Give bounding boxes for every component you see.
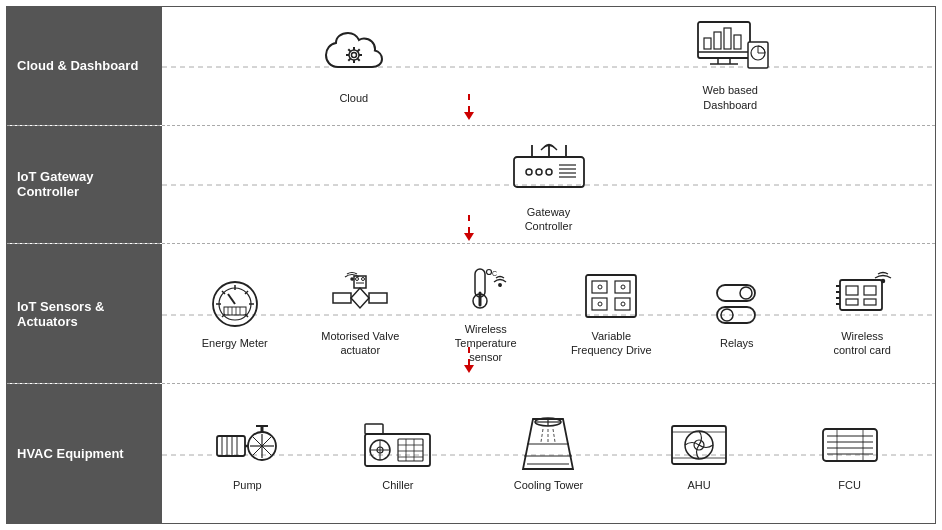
svg-rect-23 <box>514 157 584 187</box>
svg-rect-81 <box>846 299 858 305</box>
svg-rect-89 <box>217 436 245 456</box>
item-energy-meter: Energy Meter <box>172 277 298 350</box>
label-pump: Pump <box>233 478 262 492</box>
svg-line-8 <box>357 59 359 61</box>
label-temp-sensor: Wireless Temperaturesensor <box>441 322 531 365</box>
svg-rect-18 <box>724 28 731 49</box>
item-motorised-valve: Motorised Valveactuator <box>298 270 424 358</box>
svg-point-24 <box>526 169 532 175</box>
svg-line-9 <box>357 49 359 51</box>
svg-point-56 <box>362 277 365 280</box>
svg-rect-107 <box>365 424 383 434</box>
svg-text:C: C <box>492 270 497 277</box>
svg-rect-108 <box>398 439 423 461</box>
icon-gateway <box>504 136 594 201</box>
svg-rect-79 <box>846 286 858 295</box>
icon-relays <box>709 277 764 332</box>
label-fcu: FCU <box>838 478 861 492</box>
svg-point-72 <box>598 302 602 306</box>
label-cloud-dashboard: Cloud & Dashboard <box>7 7 162 125</box>
svg-rect-82 <box>864 299 876 305</box>
svg-rect-17 <box>714 32 721 49</box>
label-cloud: Cloud <box>339 91 368 105</box>
content-iot-sensors: Energy Meter <box>162 257 935 371</box>
arrow-cloud-to-gateway <box>464 94 474 120</box>
svg-line-120 <box>541 429 543 442</box>
icon-energy-meter <box>206 277 264 332</box>
svg-rect-68 <box>592 298 607 310</box>
svg-point-25 <box>536 169 542 175</box>
row-hvac: HVAC Equipment <box>7 384 935 523</box>
main-container: Cloud & Dashboard <box>6 6 936 524</box>
arrow-sensors-to-hvac <box>464 347 474 373</box>
svg-rect-45 <box>224 307 246 315</box>
icon-dashboard <box>690 19 770 79</box>
svg-point-64 <box>499 283 501 285</box>
label-motorised-valve: Motorised Valveactuator <box>321 329 399 358</box>
svg-point-1 <box>349 50 359 60</box>
svg-point-55 <box>356 277 359 280</box>
item-dashboard: Web based Dashboard <box>685 19 775 112</box>
label-energy-meter: Energy Meter <box>202 336 268 350</box>
svg-rect-16 <box>704 38 711 49</box>
svg-point-70 <box>598 285 602 289</box>
svg-point-26 <box>546 169 552 175</box>
item-vfd: VariableFrequency Drive <box>549 270 675 358</box>
svg-marker-52 <box>351 288 369 308</box>
icon-motorised-valve <box>330 270 390 325</box>
label-relays: Relays <box>720 336 754 350</box>
content-cloud-dashboard: Cloud <box>162 13 935 118</box>
item-relays: Relays <box>674 277 800 350</box>
item-pump: Pump <box>172 414 323 492</box>
svg-line-7 <box>348 49 350 51</box>
svg-rect-67 <box>615 281 630 293</box>
content-hvac: Pump <box>162 408 935 498</box>
content-iot-gateway: Gateway Controller <box>162 130 935 240</box>
svg-point-2 <box>351 53 356 58</box>
svg-line-122 <box>553 429 555 442</box>
label-dashboard: Web based Dashboard <box>685 83 775 112</box>
label-ahu: AHU <box>687 478 710 492</box>
item-gateway: Gateway Controller <box>504 136 594 234</box>
label-hvac: HVAC Equipment <box>7 384 162 523</box>
icon-vfd <box>580 270 642 325</box>
label-wireless-card: Wirelesscontrol card <box>834 329 891 358</box>
svg-point-77 <box>721 309 733 321</box>
svg-rect-50 <box>333 293 351 303</box>
label-cooling-tower: Cooling Tower <box>514 478 584 492</box>
item-fcu: FCU <box>774 414 925 492</box>
label-gateway: Gateway Controller <box>504 205 594 234</box>
label-vfd: VariableFrequency Drive <box>571 329 652 358</box>
item-cooling-tower: Cooling Tower <box>473 414 624 492</box>
svg-point-58 <box>351 278 353 280</box>
label-iot-gateway: IoT Gateway Controller <box>7 126 162 244</box>
label-iot-sensors: IoT Sensors & Actuators <box>7 244 162 383</box>
label-chiller: Chiller <box>382 478 413 492</box>
svg-line-10 <box>348 59 350 61</box>
icon-cooling-tower <box>513 414 583 474</box>
icon-pump <box>212 414 282 474</box>
icon-ahu <box>664 414 734 474</box>
svg-point-71 <box>621 285 625 289</box>
svg-rect-69 <box>615 298 630 310</box>
h-line-1 <box>162 66 935 68</box>
svg-rect-66 <box>592 281 607 293</box>
svg-line-44 <box>228 294 235 304</box>
icon-fcu <box>815 414 885 474</box>
row-iot-gateway: IoT Gateway Controller <box>7 126 935 245</box>
icon-chiller <box>360 414 435 474</box>
svg-rect-76 <box>717 307 755 323</box>
item-temp-sensor: C Wireless Temperaturesensor <box>423 263 549 365</box>
svg-point-75 <box>740 287 752 299</box>
icon-temp-sensor: C <box>453 263 518 318</box>
svg-rect-80 <box>864 286 876 295</box>
svg-rect-19 <box>734 35 741 49</box>
arrow-gateway-to-sensors <box>464 215 474 241</box>
item-wireless-card: Wirelesscontrol card <box>800 270 926 358</box>
item-cloud: Cloud <box>322 27 386 105</box>
svg-point-87 <box>881 279 884 282</box>
svg-rect-129 <box>823 429 877 461</box>
row-cloud-dashboard: Cloud & Dashboard <box>7 7 935 126</box>
icon-cloud <box>322 27 386 87</box>
svg-point-73 <box>621 302 625 306</box>
